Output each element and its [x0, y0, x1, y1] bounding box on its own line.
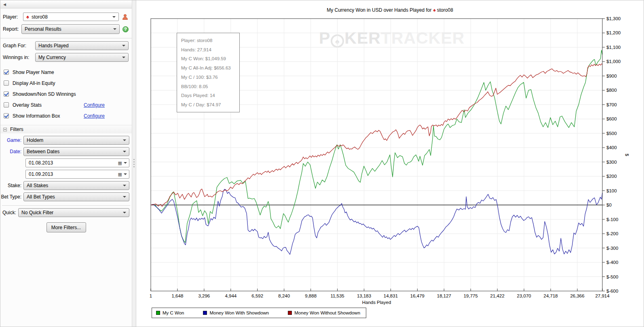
svg-text:$800: $800 [606, 88, 617, 93]
stake-select[interactable]: All Stakes [23, 181, 129, 190]
info-box-line: Hands: 27,914 [181, 45, 235, 55]
chevron-down-icon [123, 212, 126, 213]
info-box-line: My C / Day: $74.97 [181, 100, 235, 110]
checkbox-unchecked[interactable] [4, 80, 9, 86]
bet-type-select-value: All Bet Types [27, 194, 55, 200]
svg-text:$1,300: $1,300 [606, 16, 621, 21]
legend-label: Money Won Without Showdown [294, 310, 360, 315]
collapse-panel-icon[interactable]: ◀ [3, 2, 6, 6]
legend-item: Money Won Without Showdown [288, 310, 360, 315]
svg-text:$500: $500 [606, 131, 617, 136]
checkbox-checked[interactable] [4, 113, 9, 118]
svg-text:$400: $400 [606, 145, 617, 150]
options-checkbox-list: Show Player NameDisplay All-in EquitySho… [0, 67, 132, 121]
configure-link[interactable]: Configure [84, 113, 105, 119]
checkbox-unchecked[interactable] [4, 102, 9, 108]
svg-text:19,775: 19,775 [464, 293, 478, 298]
checkbox-checked[interactable] [4, 70, 9, 75]
help-icon[interactable]: ? [122, 26, 129, 32]
collapse-filters-icon[interactable] [3, 128, 7, 131]
svg-text:4,944: 4,944 [225, 293, 236, 298]
svg-text:1,648: 1,648 [172, 293, 184, 298]
chevron-down-icon [122, 45, 125, 46]
legend-swatch [156, 311, 160, 315]
svg-text:9,888: 9,888 [305, 293, 317, 298]
svg-text:$-600: $-600 [606, 289, 618, 293]
player-row: Player: ♠ storo08 [0, 13, 132, 21]
svg-text:$-100: $-100 [606, 217, 618, 222]
date-mode-select[interactable]: Between Dates [23, 147, 129, 156]
winnings-in-select[interactable]: My Currency [35, 53, 129, 62]
info-box-line: My C Won: $1,049.59 [181, 54, 235, 63]
quick-filter-select[interactable]: No Quick Filter [18, 208, 129, 217]
svg-text:$-300: $-300 [606, 246, 618, 251]
svg-text:23,070: 23,070 [517, 293, 531, 298]
date-from-field[interactable]: 01.08.2013 ▦ [25, 158, 129, 167]
chevron-down-icon [113, 28, 116, 30]
player-profile-icon[interactable] [122, 14, 129, 20]
svg-text:6,592: 6,592 [251, 293, 263, 298]
game-select[interactable]: Holdem [23, 136, 129, 145]
svg-text:$1,000: $1,000 [606, 59, 621, 64]
svg-text:$1,100: $1,100 [606, 45, 621, 50]
info-box-line: My C / 100: $3.76 [181, 73, 235, 82]
svg-text:Hands Played: Hands Played [362, 300, 391, 305]
chevron-down-icon [123, 196, 126, 198]
chevron-down-icon [123, 185, 126, 186]
chart-panel: My Currency Won in USD over Hands Played… [136, 0, 644, 327]
legend-swatch [288, 311, 292, 315]
svg-text:$300: $300 [606, 160, 617, 165]
checkbox-label: Showdown/Non SD Winnings [13, 91, 84, 97]
date-to-field[interactable]: 01.09.2013 ▦ [25, 170, 129, 179]
report-label: Report: [3, 26, 21, 32]
graph-for-select[interactable]: Hands Played [35, 41, 129, 50]
divider [2, 205, 130, 206]
bet-type-select[interactable]: All Bet Types [23, 192, 129, 201]
legend-item: Money Won With Showdown [203, 310, 269, 315]
chevron-down-icon [123, 151, 126, 152]
bet-type-filter-row: Bet Type: All Bet Types [0, 192, 132, 201]
svg-text:16,479: 16,479 [410, 293, 424, 298]
date-from-value: 01.08.2013 [29, 160, 53, 166]
date-to-row: 01.09.2013 ▦ [0, 170, 132, 179]
pokerstars-spade-icon: ♠ [26, 14, 29, 19]
date-mode-value: Between Dates [27, 149, 59, 154]
winnings-in-label: Winnings in: [3, 55, 35, 60]
svg-text:$: $ [625, 154, 629, 156]
legend-label: My C Won [163, 310, 184, 315]
panel-splitter[interactable] [132, 0, 136, 327]
info-box-line: Player: storo08 [181, 36, 235, 45]
graph-for-label: Graph For: [3, 43, 35, 49]
svg-text:21,422: 21,422 [490, 293, 505, 298]
svg-text:24,718: 24,718 [544, 293, 558, 298]
quick-label: Quick: [0, 210, 18, 215]
checkbox-label: Overlay Stats [13, 102, 84, 108]
more-filters-button[interactable]: More Filters... [46, 222, 86, 232]
svg-text:26,366: 26,366 [570, 293, 584, 298]
legend-swatch [203, 311, 207, 315]
checkbox-row: Overlay StatsConfigure [0, 99, 132, 110]
svg-text:$-200: $-200 [606, 231, 618, 236]
configure-link[interactable]: Configure [84, 102, 105, 108]
chevron-down-icon [112, 16, 116, 18]
filters-header-label: Filters [10, 127, 23, 132]
game-filter-row: Game: Holdem [0, 136, 132, 145]
svg-text:$-400: $-400 [606, 260, 618, 265]
checkbox-row: Display All-in Equity [0, 78, 132, 89]
info-box: Player: storo08Hands: 27,914My C Won: $1… [177, 33, 240, 112]
svg-text:$100: $100 [606, 188, 617, 193]
svg-text:13,183: 13,183 [357, 293, 371, 298]
report-select[interactable]: Personal Results [21, 24, 120, 34]
info-box-line: BB/100: 8.05 [181, 82, 235, 91]
legend-item: My C Won [156, 310, 184, 315]
checkbox-checked[interactable] [4, 91, 9, 97]
svg-text:14,831: 14,831 [384, 293, 398, 298]
player-select[interactable]: ♠ storo08 [23, 13, 119, 21]
svg-text:$-500: $-500 [606, 274, 618, 279]
game-select-value: Holdem [27, 137, 43, 143]
winnings-in-row: Winnings in: My Currency [0, 53, 132, 62]
graph-for-value: Hands Played [38, 43, 69, 49]
bet-type-label: Bet Type: [0, 194, 23, 200]
svg-text:$600: $600 [606, 116, 617, 121]
quick-filter-row: Quick: No Quick Filter [0, 208, 132, 217]
